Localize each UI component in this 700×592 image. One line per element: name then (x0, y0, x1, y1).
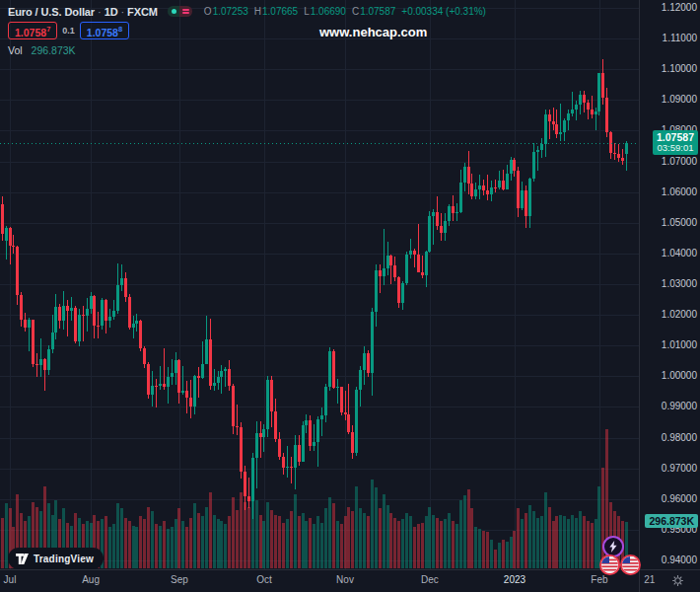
price-axis-label: 1.05000 (662, 217, 697, 228)
time-axis-label: Aug (82, 574, 100, 585)
separator-dot: · (118, 6, 128, 18)
tradingview-logo-label: TradingView (34, 554, 94, 564)
time-axis-label: 21 (644, 574, 655, 585)
bar-countdown: 03:59:01 (653, 143, 698, 153)
low-label: L (304, 6, 310, 17)
price-axis-label: 1.03000 (662, 278, 697, 289)
us-flag-icon[interactable] (599, 555, 620, 575)
price-axis-label: 0.96000 (662, 493, 697, 504)
close-label: C (352, 6, 359, 17)
buy-sell-panel: 1.07587 0.1 1.07588 (8, 23, 486, 38)
price-axis-label: 0.97000 (662, 463, 697, 474)
chart-legend: Euro / U.S. Dollar·1D·FXCM O1.07253 H1.0… (8, 4, 486, 56)
price-axis-label: 1.06000 (662, 186, 697, 197)
separator-dot: · (95, 6, 105, 18)
pink-lines-icon (182, 9, 189, 11)
symbol-title[interactable]: Euro / U.S. Dollar·1D·FXCM (8, 6, 158, 18)
price-axis-label: 1.01000 (662, 339, 697, 350)
price-axis-label: 1.10000 (662, 63, 697, 74)
ohlc-values: O1.07253 H1.07665 L1.06690 C1.07587 +0.0… (204, 6, 486, 17)
price-axis-label: 0.94000 (662, 555, 697, 565)
gear-icon[interactable] (671, 574, 684, 587)
price-axis-label: 0.98000 (662, 432, 697, 443)
change-value: +0.00334 (+0.31%) (401, 6, 486, 17)
volume-legend: Vol 296.873K (8, 44, 486, 56)
time-axis-label: Nov (336, 574, 354, 585)
volume-axis-badge: 296.873K (645, 514, 698, 528)
high-value: 1.07665 (262, 6, 298, 17)
price-axis-label: 1.11000 (663, 33, 697, 43)
high-label: H (254, 6, 261, 17)
tradingview-logo-icon (16, 554, 29, 564)
us-flag-icon[interactable] (620, 555, 641, 575)
open-label: O (204, 6, 212, 17)
green-dot-icon (172, 9, 176, 14)
time-axis-label: 2023 (504, 574, 525, 585)
price-axis-label: 1.00000 (662, 370, 697, 381)
time-axis[interactable]: JulAugSepOctNovDec2023Feb21 (0, 569, 700, 592)
price-axis-label: 1.12000 (662, 2, 697, 13)
candlestick-chart[interactable] (0, 0, 700, 592)
sell-button[interactable]: 1.07587 (8, 22, 57, 40)
price-axis-label: 1.04000 (662, 248, 697, 259)
pink-lines-icon (182, 12, 189, 14)
tradingview-logo-button[interactable]: TradingView (8, 548, 104, 569)
price-axis-label: 1.07000 (662, 156, 697, 167)
price-axis-label: 1.02000 (662, 309, 697, 320)
spread-value: 0.1 (62, 26, 75, 36)
price-axis[interactable]: 1.07587 03:59:01 296.873K 1.120001.11000… (639, 0, 700, 569)
low-value: 1.06690 (311, 6, 346, 17)
price-axis-label: 1.09000 (662, 94, 697, 105)
buy-button[interactable]: 1.07588 (80, 22, 129, 40)
symbol-toggle-icon[interactable] (168, 6, 192, 17)
time-axis-label: Feb (591, 574, 607, 585)
open-value: 1.07253 (213, 6, 248, 17)
last-price-badge: 1.07587 03:59:01 (653, 130, 698, 155)
time-axis-label: Sep (171, 574, 188, 585)
time-axis-label: Dec (421, 574, 439, 585)
trading-chart-window: Euro / U.S. Dollar·1D·FXCM O1.07253 H1.0… (0, 0, 700, 592)
time-axis-label: Oct (256, 574, 272, 585)
price-axis-label: 0.99000 (662, 401, 697, 411)
volume-value: 296.873K (32, 44, 76, 56)
close-value: 1.07587 (360, 6, 395, 17)
volume-label: Vol (8, 44, 23, 56)
time-axis-label: Jul (4, 574, 17, 585)
